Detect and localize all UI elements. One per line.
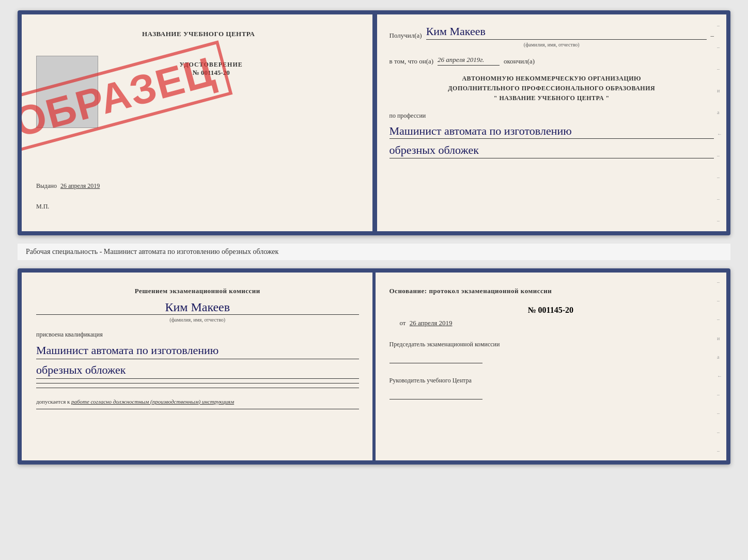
prisvoena-label: присвоена квалификация — [36, 331, 359, 339]
recipient-name: Ким Макеев — [426, 25, 707, 40]
org-line1: АВТОНОМНУЮ НЕКОММЕРЧЕСКУЮ ОРГАНИЗАЦИЮ — [389, 74, 714, 84]
okonchil-label: окончил(а) — [504, 57, 535, 66]
bottom-name: Ким Макеев — [36, 300, 359, 315]
dopuskaetsya-row: допускается к работе согласно должностны… — [36, 398, 359, 405]
org-line2: ДОПОЛНИТЕЛЬНОГО ПРОФЕССИОНАЛЬНОГО ОБРАЗО… — [389, 84, 714, 93]
doc-number: № 001145-20 — [180, 69, 243, 77]
vtom-label: в том, что он(а) — [389, 57, 434, 66]
po-professii-label: по профессии — [389, 112, 714, 120]
fio-hint-top: (фамилия, имя, отчество) — [389, 42, 714, 47]
profession-line2-bottom: обрезных обложек — [36, 362, 359, 379]
dopuskaetsya-label: допускается к — [36, 398, 70, 405]
mp-label: М.П. — [36, 203, 49, 211]
photo-placeholder — [36, 56, 98, 128]
ot-date-row: от 26 апреля 2019 — [389, 319, 712, 327]
separator-line2 — [36, 388, 359, 388]
profession-line1-bottom: Машинист автомата по изготовлению — [36, 343, 359, 359]
vydano-date: 26 апреля 2019 — [60, 182, 100, 189]
separator-line3 — [36, 409, 359, 409]
protocol-number: № 001145-20 — [389, 306, 712, 315]
side-dashes-bottom: –––иа←–––– — [717, 273, 722, 460]
bottom-document: Решением экзаменационной комиссии Ким Ма… — [18, 268, 730, 465]
dopusk-text: работе согласно должностным (производств… — [71, 398, 234, 405]
vydano-row: Выдано 26 апреля 2019 — [36, 182, 361, 190]
rukovoditel-signature-line — [389, 387, 482, 399]
bottom-doc-right: Основание: протокол экзаменационной коми… — [375, 273, 727, 460]
top-doc-left: НАЗВАНИЕ УЧЕБНОГО ЦЕНТРА ОБРАЗЕЦ УДОСТОВ… — [22, 14, 377, 231]
resheniem-label: Решением экзаменационной комиссии — [36, 287, 359, 295]
profession-line1-top: Машинист автомата по изготовлению — [389, 124, 714, 139]
rukovoditel-block: Руководитель учебного Центра — [389, 376, 712, 399]
predsedatel-signature-line — [389, 351, 482, 363]
udostoverenie-block: УДОСТОВЕРЕНИЕ № 001145-20 — [180, 61, 243, 77]
separator-line1 — [36, 383, 359, 383]
ot-label: от — [400, 319, 406, 327]
predsedatel-block: Председатель экзаменационной комиссии — [389, 340, 712, 363]
side-dashes-top: –––иа←–––– — [717, 14, 722, 231]
org-line3: " НАЗВАНИЕ УЧЕБНОГО ЦЕНТРА " — [389, 93, 714, 103]
vydano-label: Выдано — [36, 182, 57, 189]
vtom-date: 26 апреля 2019г. — [438, 56, 500, 66]
ot-date: 26 апреля 2019 — [410, 319, 453, 327]
udostoverenie-label: УДОСТОВЕРЕНИЕ — [180, 61, 243, 69]
vtom-row: в том, что он(а) 26 апреля 2019г. окончи… — [389, 56, 714, 66]
fio-hint-bottom: (фамилия, имя, отчество) — [36, 317, 359, 323]
profession-line2-top: обрезных обложек — [389, 143, 714, 158]
predsedatel-label: Председатель экзаменационной комиссии — [389, 340, 712, 349]
poluchil-label: Получил(а) — [389, 31, 422, 40]
caption-bar: Рабочая специальность - Машинист автомат… — [18, 244, 730, 260]
poluchil-row: Получил(а) Ким Макеев – — [389, 25, 714, 40]
top-document: НАЗВАНИЕ УЧЕБНОГО ЦЕНТРА ОБРАЗЕЦ УДОСТОВ… — [18, 10, 730, 235]
rukovoditel-label: Руководитель учебного Центра — [389, 376, 712, 385]
bottom-doc-left: Решением экзаменационной комиссии Ким Ма… — [22, 273, 375, 460]
osnovanie-label: Основание: протокол экзаменационной коми… — [389, 287, 712, 295]
top-doc-right: Получил(а) Ким Макеев – (фамилия, имя, о… — [377, 14, 727, 231]
top-left-title: НАЗВАНИЕ УЧЕБНОГО ЦЕНТРА — [142, 30, 255, 38]
org-block: АВТОНОМНУЮ НЕКОММЕРЧЕСКУЮ ОРГАНИЗАЦИЮ ДО… — [389, 74, 714, 104]
caption-text: Рабочая специальность - Машинист автомат… — [26, 248, 278, 255]
